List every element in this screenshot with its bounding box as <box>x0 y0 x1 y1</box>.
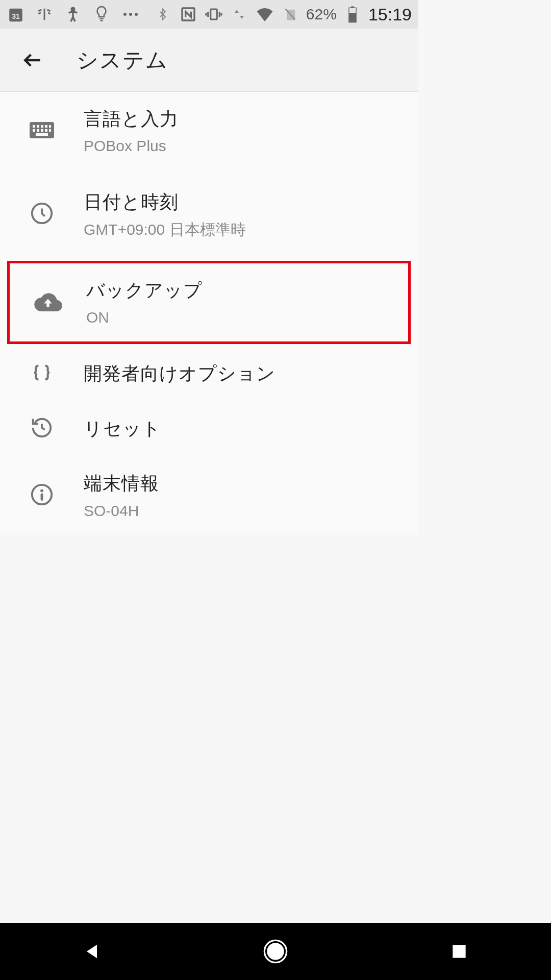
settings-item-subtitle: SO-04H <box>84 501 418 521</box>
svg-rect-17 <box>41 129 43 132</box>
person-icon <box>63 5 83 24</box>
battery-icon <box>343 5 362 24</box>
settings-item-title: 言語と入力 <box>84 106 418 132</box>
highlight-annotation: バックアップ ON <box>7 261 411 344</box>
svg-point-2 <box>71 8 74 11</box>
settings-item-title: 開発者向けオプション <box>84 361 418 386</box>
dragonfly-icon <box>35 5 54 24</box>
info-icon <box>30 483 54 508</box>
settings-item-language-input[interactable]: 言語と入力 POBox Plus <box>0 92 418 170</box>
svg-rect-20 <box>36 133 48 136</box>
data-arrows-icon <box>230 5 249 24</box>
calendar-icon: 31 <box>6 5 26 24</box>
settings-list: 言語と入力 POBox Plus 日付と時刻 GMT+09:00 日本標準時 バ… <box>0 92 418 535</box>
vibrate-icon <box>204 5 223 24</box>
lightbulb-icon <box>92 5 111 24</box>
no-sim-icon <box>281 5 300 24</box>
settings-item-about-phone[interactable]: 端末情報 SO-04H <box>0 456 418 534</box>
battery-percentage: 62% <box>306 6 337 23</box>
bluetooth-icon <box>153 5 172 24</box>
svg-rect-13 <box>45 125 47 128</box>
status-left-icons: 31 <box>6 5 141 24</box>
nfc-icon <box>179 5 198 24</box>
svg-rect-14 <box>49 125 51 128</box>
braces-icon <box>31 362 53 385</box>
back-arrow-icon <box>21 49 44 71</box>
status-bar: 31 62% <box>0 0 418 29</box>
svg-text:31: 31 <box>12 12 20 20</box>
svg-rect-8 <box>349 13 356 22</box>
settings-item-title: 日付と時刻 <box>84 189 418 215</box>
svg-rect-16 <box>37 129 39 132</box>
clock-icon <box>30 202 54 227</box>
svg-rect-15 <box>33 129 35 132</box>
settings-item-subtitle: POBox Plus <box>84 136 418 156</box>
settings-item-title: 端末情報 <box>84 471 418 496</box>
cloud-upload-icon <box>34 291 62 313</box>
settings-item-title: バックアップ <box>86 278 408 303</box>
svg-rect-19 <box>49 129 51 132</box>
svg-rect-4 <box>211 9 217 19</box>
svg-rect-11 <box>37 125 39 128</box>
svg-rect-10 <box>33 125 35 128</box>
svg-rect-7 <box>351 6 354 8</box>
settings-item-subtitle: ON <box>86 307 408 327</box>
svg-rect-18 <box>45 129 47 132</box>
back-button[interactable] <box>15 43 50 78</box>
settings-item-subtitle: GMT+09:00 日本標準時 <box>84 219 418 239</box>
page-title: システム <box>77 46 168 75</box>
clock: 15:19 <box>368 5 412 24</box>
svg-rect-12 <box>41 125 43 128</box>
settings-item-developer-options[interactable]: 開発者向けオプション <box>0 346 418 401</box>
settings-item-backup[interactable]: バックアップ ON <box>10 263 408 341</box>
settings-item-reset[interactable]: リセット <box>0 401 418 456</box>
reset-icon <box>30 416 54 442</box>
settings-item-title: リセット <box>84 416 418 442</box>
settings-item-date-time[interactable]: 日付と時刻 GMT+09:00 日本標準時 <box>0 170 418 258</box>
status-right-icons: 62% 15:19 <box>153 5 412 24</box>
keyboard-icon <box>30 121 54 141</box>
app-bar: システム <box>0 29 418 92</box>
wifi-icon <box>255 5 274 24</box>
more-notifications-icon <box>120 13 141 16</box>
